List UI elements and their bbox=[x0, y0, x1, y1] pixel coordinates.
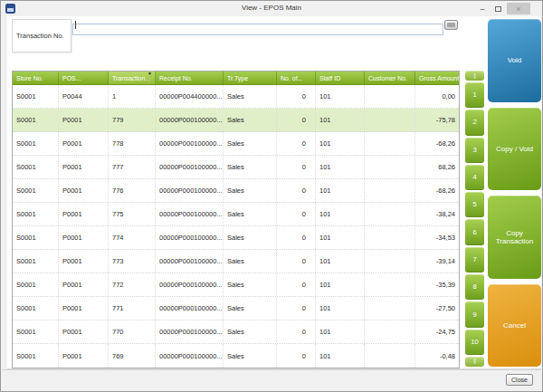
cell-tr-type: Sales bbox=[224, 179, 277, 202]
page-button-8[interactable]: 8 bbox=[465, 274, 484, 300]
table-row[interactable]: S0001P000177200000P000100000...Sales0101… bbox=[13, 273, 459, 297]
table-body: S0001P0044100000P004400000...Sales01010,… bbox=[13, 85, 459, 368]
table-row[interactable]: S0001P000177400000P000100000...Sales0101… bbox=[13, 226, 459, 250]
cell-receipt-no: 00000P000100000... bbox=[156, 132, 224, 155]
page-button-7[interactable]: 7 bbox=[465, 247, 484, 272]
column-header-staff-id[interactable]: Staff ID bbox=[316, 72, 365, 84]
table-row[interactable]: S0001P0044100000P004400000...Sales01010,… bbox=[13, 85, 459, 109]
cell-gross-amount: -35,39 bbox=[415, 273, 459, 296]
cell-pos: P0001 bbox=[59, 132, 109, 155]
cell-store-no: S0001 bbox=[13, 226, 59, 249]
table-row[interactable]: S0001P000177100000P000100000...Sales0101… bbox=[13, 297, 459, 320]
cell-pos: P0001 bbox=[59, 203, 109, 225]
cell-tr-type: Sales bbox=[224, 320, 277, 343]
cell-transaction: 775 bbox=[109, 203, 156, 225]
cell-tr-type: Sales bbox=[224, 109, 277, 131]
page-button-3[interactable]: 3 bbox=[465, 138, 484, 163]
text-caret bbox=[75, 21, 76, 29]
cell-transaction: 779 bbox=[109, 109, 156, 131]
cell-receipt-no: 00000P004400000... bbox=[156, 85, 224, 108]
page-button-9[interactable]: 9 bbox=[465, 301, 484, 327]
cell-customer-no bbox=[365, 85, 415, 108]
cancel-button[interactable]: Cancel bbox=[488, 284, 541, 368]
cell-staff-id: 101 bbox=[316, 179, 365, 202]
cell-store-no: S0001 bbox=[13, 85, 59, 108]
cell-store-no: S0001 bbox=[13, 179, 59, 202]
cell-pos: P0001 bbox=[59, 156, 109, 178]
scroll-down-icon[interactable]: ∨∨ bbox=[465, 357, 484, 367]
keyboard-icon[interactable] bbox=[444, 20, 458, 30]
column-header-customer-no[interactable]: Customer No. bbox=[365, 72, 415, 84]
cell-customer-no bbox=[365, 273, 415, 296]
close-button[interactable]: Close bbox=[506, 374, 533, 386]
cell-store-no: S0001 bbox=[13, 109, 59, 131]
cell-pos: P0001 bbox=[59, 250, 109, 272]
cell-staff-id: 101 bbox=[316, 250, 365, 272]
page-button-1[interactable]: 1 bbox=[465, 82, 484, 108]
cell-transaction: 772 bbox=[109, 273, 156, 296]
bottom-bar: Close bbox=[2, 369, 541, 390]
cell-customer-no bbox=[365, 226, 415, 249]
table-row[interactable]: S0001P000177600000P000100000...Sales0101… bbox=[13, 179, 459, 203]
cell-no-of: 0 bbox=[277, 85, 316, 108]
cell-store-no: S0001 bbox=[13, 156, 59, 178]
cell-store-no: S0001 bbox=[13, 297, 59, 320]
cell-receipt-no: 00000P000100000... bbox=[156, 156, 224, 178]
cell-no-of: 0 bbox=[277, 156, 316, 178]
sort-desc-icon: ▼ bbox=[148, 72, 152, 76]
cell-customer-no bbox=[365, 109, 415, 131]
cell-receipt-no: 00000P000100000... bbox=[156, 226, 224, 249]
page-button-2[interactable]: 2 bbox=[465, 110, 484, 135]
table-row[interactable]: S0001P000177500000P000100000...Sales0101… bbox=[13, 203, 459, 226]
table-row[interactable]: S0001P000176900000P000100000...Sales0101… bbox=[13, 344, 459, 368]
action-buttons: Void Copy / Void Copy Transaction Cancel bbox=[488, 19, 541, 367]
column-header-tr-type[interactable]: Tr.Type bbox=[224, 72, 277, 84]
cell-customer-no bbox=[365, 156, 415, 178]
table-row[interactable]: S0001P000177900000P000100000...Sales0101… bbox=[13, 109, 459, 132]
transactions-table: Store No.POS...Transaction...▼Receipt No… bbox=[12, 71, 460, 368]
window-controls: – × bbox=[476, 3, 530, 14]
cell-pos: P0001 bbox=[59, 273, 109, 296]
table-row[interactable]: S0001P000177800000P000100000...Sales0101… bbox=[13, 132, 459, 156]
cell-staff-id: 101 bbox=[316, 344, 365, 368]
cell-staff-id: 101 bbox=[316, 109, 365, 131]
transaction-no-input[interactable] bbox=[72, 24, 443, 35]
cell-tr-type: Sales bbox=[224, 226, 277, 249]
column-header-pos[interactable]: POS... bbox=[59, 72, 109, 84]
transaction-no-label: Transaction No. bbox=[12, 19, 71, 53]
column-header-transaction[interactable]: Transaction...▼ bbox=[109, 72, 156, 84]
page-button-5[interactable]: 5 bbox=[465, 192, 484, 217]
cell-no-of: 0 bbox=[277, 297, 316, 320]
cell-tr-type: Sales bbox=[224, 250, 277, 272]
cell-tr-type: Sales bbox=[224, 297, 277, 320]
copy-transaction-button[interactable]: Copy Transaction bbox=[488, 196, 541, 279]
column-header-gross-amount[interactable]: Gross Amount bbox=[415, 72, 459, 84]
cell-customer-no bbox=[365, 179, 415, 202]
cell-gross-amount: 68,26 bbox=[415, 156, 459, 178]
cell-pos: P0001 bbox=[59, 179, 109, 202]
page-button-6[interactable]: 6 bbox=[465, 219, 484, 244]
column-header-no-of[interactable]: No. of... bbox=[277, 72, 316, 84]
cell-store-no: S0001 bbox=[13, 273, 59, 296]
window: View - EPOS Main – × Transaction No. Sto… bbox=[0, 0, 543, 392]
table-row[interactable]: S0001P000177700000P000100000...Sales0101… bbox=[13, 156, 459, 179]
maximize-icon[interactable] bbox=[491, 4, 504, 14]
cell-staff-id: 101 bbox=[316, 203, 365, 225]
scroll-up-icon[interactable]: ∧∧ bbox=[465, 71, 484, 81]
cell-pos: P0044 bbox=[59, 85, 109, 108]
cell-no-of: 0 bbox=[277, 109, 316, 131]
void-button[interactable]: Void bbox=[488, 19, 541, 102]
column-header-receipt-no[interactable]: Receipt No. bbox=[156, 72, 224, 84]
cell-transaction: 1 bbox=[109, 85, 156, 108]
cell-gross-amount: -34,53 bbox=[415, 226, 459, 249]
column-header-store-no[interactable]: Store No. bbox=[13, 72, 59, 84]
page-button-10[interactable]: 10 bbox=[465, 330, 484, 355]
page-button-4[interactable]: 4 bbox=[465, 165, 484, 190]
table-row[interactable]: S0001P000177000000P000100000...Sales0101… bbox=[13, 320, 459, 344]
minimize-icon[interactable]: – bbox=[476, 4, 489, 14]
cell-gross-amount: -68,26 bbox=[415, 179, 459, 202]
close-window-icon[interactable]: × bbox=[507, 3, 530, 14]
copy-void-button[interactable]: Copy / Void bbox=[488, 108, 541, 191]
cell-transaction: 770 bbox=[109, 320, 156, 343]
table-row[interactable]: S0001P000177300000P000100000...Sales0101… bbox=[13, 250, 459, 273]
